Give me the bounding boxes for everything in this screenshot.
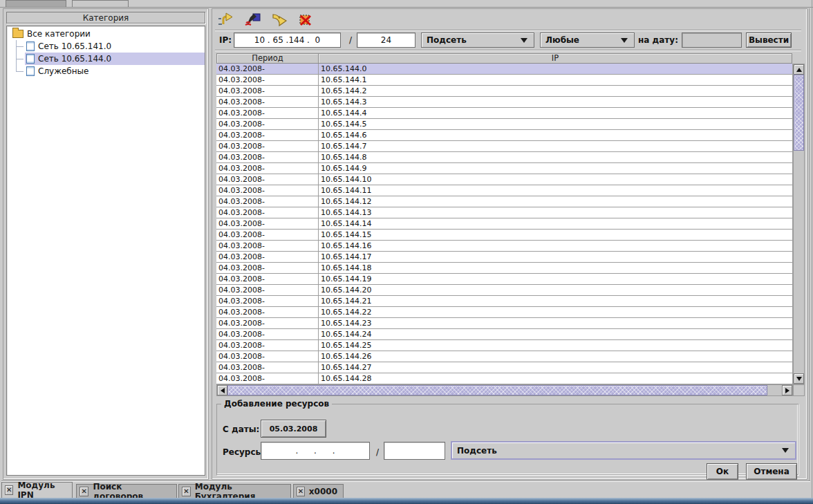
cell-ip: 10.65.144.8 — [319, 152, 793, 163]
table-row[interactable]: 04.03.2008-10.65.144.27 — [216, 362, 793, 373]
horizontal-scroll-thumb[interactable] — [227, 385, 767, 395]
from-date-label: С даты: — [223, 424, 259, 434]
table-row[interactable]: 04.03.2008-10.65.144.16 — [216, 241, 793, 252]
table-row[interactable]: 04.03.2008-10.65.144.26 — [216, 351, 793, 362]
scroll-left-button[interactable] — [217, 385, 227, 395]
close-icon[interactable]: ✕ — [297, 487, 305, 496]
cell-ip: 10.65.144.23 — [319, 318, 793, 329]
table-row[interactable]: 04.03.2008-10.65.144.3 — [216, 97, 793, 108]
ok-button[interactable]: Ок — [707, 463, 738, 480]
table-row[interactable]: 04.03.2008-10.65.144.18 — [216, 263, 793, 274]
table-row[interactable]: 04.03.2008-10.65.144.0 — [216, 64, 793, 75]
slash-label: / — [349, 35, 352, 45]
table-row[interactable]: 04.03.2008-10.65.144.14 — [216, 218, 793, 230]
add-resources-title: Добавление ресурсов — [221, 399, 332, 409]
tree-item[interactable]: Служебные — [7, 65, 205, 77]
cell-period: 04.03.2008- — [216, 86, 319, 97]
ip-input[interactable]: 10 . 65 .144 . 0 — [234, 32, 341, 48]
forward-button[interactable] — [270, 12, 288, 28]
from-date-button[interactable]: 05.03.2008 — [261, 420, 326, 438]
cell-period: 04.03.2008- — [216, 296, 319, 307]
column-header-period[interactable]: Период — [216, 53, 319, 64]
cell-period: 04.03.2008- — [216, 152, 319, 163]
table-row[interactable]: 04.03.2008-10.65.144.21 — [216, 296, 793, 307]
tree-connector — [7, 65, 25, 77]
cell-period: 04.03.2008- — [216, 119, 319, 130]
cell-period: 04.03.2008- — [216, 185, 319, 196]
chevron-down-icon — [782, 448, 789, 453]
table-row[interactable]: 04.03.2008-10.65.144.20 — [216, 285, 793, 296]
top-tab-1[interactable] — [6, 0, 66, 7]
table-row[interactable]: 04.03.2008-10.65.144.19 — [216, 274, 793, 285]
cell-ip: 10.65.144.6 — [319, 130, 793, 141]
table-row[interactable]: 04.03.2008-10.65.144.12 — [216, 196, 793, 207]
cell-ip: 10.65.144.3 — [319, 97, 793, 108]
close-icon[interactable]: ✕ — [182, 487, 191, 496]
table-row[interactable]: 04.03.2008-10.65.144.17 — [216, 252, 793, 263]
category-header: Категория — [6, 12, 205, 24]
horizontal-scrollbar[interactable] — [216, 384, 793, 396]
cell-ip: 10.65.144.13 — [319, 207, 793, 218]
main-panel: IP: 10 . 65 .144 . 0 / 24 Подсеть Любые … — [212, 8, 807, 480]
table-row[interactable]: 04.03.2008-10.65.144.2 — [216, 86, 793, 97]
vertical-scroll-thumb[interactable] — [794, 75, 804, 151]
type-select[interactable]: Подсеть — [421, 32, 534, 48]
edit-button[interactable] — [244, 12, 262, 28]
table-row[interactable]: 04.03.2008-10.65.144.23 — [216, 318, 793, 329]
table-row[interactable]: 04.03.2008-10.65.144.11 — [216, 185, 793, 196]
column-header-ip[interactable]: IP — [318, 53, 792, 64]
bottom-tab[interactable]: ✕Модуль Бухгалтерия — [178, 484, 291, 498]
bottom-tab[interactable]: ✕Модуль IPN — [1, 482, 73, 498]
table-row[interactable]: 04.03.2008-10.65.144.9 — [216, 163, 793, 174]
table-row[interactable]: 04.03.2008-10.65.144.5 — [216, 119, 793, 130]
close-icon[interactable]: ✕ — [5, 485, 13, 495]
table-row[interactable]: 04.03.2008-10.65.144.15 — [216, 230, 793, 241]
forward-arrow-icon — [270, 12, 288, 28]
bottom-tab-bar: ✕Модуль IPN✕Поиск договоров✕Модуль Бухга… — [0, 482, 813, 498]
table-row[interactable]: 04.03.2008-10.65.144.13 — [216, 207, 793, 218]
close-icon[interactable]: ✕ — [80, 487, 88, 496]
triangle-right-icon — [785, 388, 789, 393]
scroll-right-button[interactable] — [782, 385, 792, 395]
date-input[interactable] — [682, 32, 742, 48]
results-table: Период IP 04.03.2008-10.65.144.004.03.20… — [216, 53, 805, 396]
scroll-down-button[interactable] — [794, 373, 804, 384]
tree-item[interactable]: Все категории — [7, 28, 205, 40]
bottom-tab[interactable]: ✕x0000 — [293, 484, 344, 498]
table-row[interactable]: 04.03.2008-10.65.144.22 — [216, 307, 793, 318]
cell-ip: 10.65.144.10 — [319, 174, 793, 185]
scope-select[interactable]: Любые — [540, 32, 635, 48]
table-row[interactable]: 04.03.2008-10.65.144.7 — [216, 141, 793, 152]
table-row[interactable]: 04.03.2008-10.65.144.24 — [216, 329, 793, 340]
vertical-scrollbar[interactable] — [793, 64, 805, 384]
tree-item-label: Сеть 10.65.144.0 — [38, 54, 111, 64]
delete-icon — [297, 12, 315, 28]
table-row[interactable]: 04.03.2008-10.65.144.28 — [216, 373, 793, 384]
top-tab-2[interactable] — [72, 0, 129, 7]
scroll-up-button[interactable] — [794, 64, 804, 75]
table-row[interactable]: 04.03.2008-10.65.144.6 — [216, 130, 793, 141]
table-row[interactable]: 04.03.2008-10.65.144.8 — [216, 152, 793, 163]
cell-period: 04.03.2008- — [216, 207, 319, 218]
delete-button[interactable] — [297, 12, 315, 28]
tree-item[interactable]: Сеть 10.65.144.0 — [7, 53, 205, 65]
cell-period: 04.03.2008- — [216, 285, 319, 296]
cell-period: 04.03.2008- — [216, 97, 319, 108]
mask-input[interactable]: 24 — [357, 32, 415, 48]
cancel-button[interactable]: Отмена — [746, 463, 797, 480]
resource-type-select[interactable]: Подсеть — [451, 441, 796, 460]
bottom-tab-label: Модуль IPN — [17, 480, 66, 500]
bottom-tab[interactable]: ✕Поиск договоров — [76, 484, 177, 498]
tree-item[interactable]: Сеть 10.65.141.0 — [7, 40, 205, 53]
table-row[interactable]: 04.03.2008-10.65.144.25 — [216, 340, 793, 351]
table-row[interactable]: 04.03.2008-10.65.144.4 — [216, 108, 793, 119]
cell-ip: 10.65.144.21 — [319, 296, 793, 307]
table-row[interactable]: 04.03.2008-10.65.144.1 — [216, 75, 793, 86]
toolbar — [218, 12, 315, 28]
resources-input[interactable]: . . . — [261, 442, 370, 460]
table-row[interactable]: 04.03.2008-10.65.144.10 — [216, 174, 793, 185]
show-button[interactable]: Вывести — [746, 32, 792, 48]
move-up-button[interactable] — [218, 12, 236, 28]
cell-ip: 10.65.144.0 — [319, 64, 793, 75]
resources-mask-input[interactable] — [384, 442, 445, 460]
